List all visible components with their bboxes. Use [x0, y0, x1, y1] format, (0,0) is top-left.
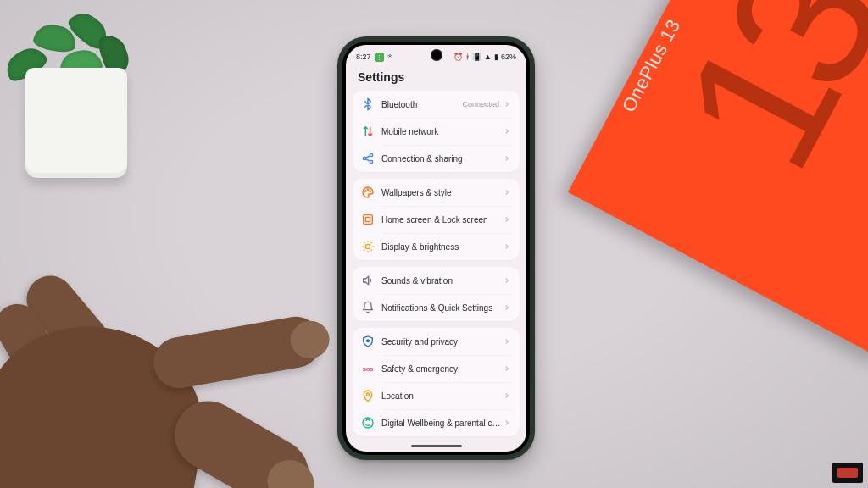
settings-group: Wallpapers & styleHome screen & Lock scr… [353, 179, 520, 260]
chevron-right-icon [503, 337, 511, 346]
settings-row-digital-wellbeing-parental-controls[interactable]: Digital Wellbeing & parental controls [353, 409, 520, 436]
chevron-right-icon [503, 303, 511, 312]
sun-icon [361, 240, 375, 253]
vibrate-icon: 📳 [472, 53, 481, 61]
bell-icon [361, 301, 375, 314]
palette-icon [361, 186, 375, 199]
settings-row-wallpapers-style[interactable]: Wallpapers & style [353, 179, 520, 206]
svg-point-4 [367, 189, 368, 190]
svg-rect-7 [365, 217, 370, 221]
settings-row-mobile-network[interactable]: Mobile network [353, 118, 520, 145]
settings-row-bluetooth[interactable]: BluetoothConnected [353, 91, 520, 118]
chevron-right-icon [503, 242, 511, 251]
chevron-right-icon [503, 276, 511, 285]
punch-hole-camera [432, 51, 441, 59]
settings-group: Sounds & vibrationNotifications & Quick … [353, 267, 520, 321]
settings-row-label: Wallpapers & style [381, 188, 503, 197]
settings-row-label: Display & brightness [381, 242, 503, 252]
settings-row-label: Home screen & Lock screen [381, 215, 503, 225]
settings-row-sounds-vibration[interactable]: Sounds & vibration [353, 267, 520, 294]
home-icon [361, 213, 375, 226]
settings-row-label: Bluetooth [381, 100, 462, 109]
settings-row-display-brightness[interactable]: Display & brightness [353, 233, 520, 260]
settings-row-label: Sounds & vibration [381, 276, 503, 286]
settings-row-status: Connected [462, 100, 499, 108]
settings-row-notifications-quick-settings[interactable]: Notifications & Quick Settings [353, 294, 520, 321]
svg-point-9 [367, 340, 370, 342]
settings-row-connection-sharing[interactable]: Connection & sharing [353, 145, 520, 172]
svg-point-3 [365, 191, 366, 191]
settings-row-security-and-privacy[interactable]: Security and privacy [353, 328, 520, 355]
gesture-bar[interactable] [411, 445, 462, 447]
page-title: Settings [346, 65, 526, 91]
status-time: 8:27 [356, 53, 371, 61]
bt-icon: ᚼ [465, 53, 470, 61]
sound-icon [361, 274, 375, 287]
svg-point-8 [365, 244, 370, 248]
settings-row-label: Safety & emergency [381, 364, 503, 374]
chevron-right-icon [503, 419, 511, 427]
svg-point-5 [370, 191, 370, 191]
settings-row-safety-emergency[interactable]: SOSSafety & emergency [353, 355, 520, 382]
chevron-right-icon [503, 154, 511, 163]
phone-screen: 8:27 ⋮ ᯤ ⏰ ᚼ 📳 ▲ ▮ 62% Settings Bluetoot… [346, 45, 526, 452]
hand [0, 242, 339, 488]
svg-text:SOS: SOS [363, 367, 374, 372]
wifi-icon: ▲ [484, 53, 492, 61]
mobiledata-icon [361, 125, 375, 138]
app-badge-icon: ⋮ [375, 53, 384, 62]
chevron-right-icon [503, 188, 511, 197]
share-icon [361, 152, 375, 165]
battery-icon: ▮ [494, 53, 498, 61]
chevron-right-icon [503, 391, 511, 400]
settings-row-label: Digital Wellbeing & parental controls [381, 419, 503, 428]
chevron-right-icon [503, 215, 511, 224]
settings-list[interactable]: BluetoothConnectedMobile networkConnecti… [346, 91, 526, 450]
settings-row-home-screen-lock-screen[interactable]: Home screen & Lock screen [353, 206, 520, 233]
svg-rect-6 [364, 215, 373, 225]
phone: 8:27 ⋮ ᯤ ⏰ ᚼ 📳 ▲ ▮ 62% Settings Bluetoot… [337, 36, 535, 460]
watermark [832, 463, 863, 483]
settings-row-location[interactable]: Location [353, 382, 520, 409]
chevron-right-icon [503, 127, 511, 136]
plant [0, 17, 153, 178]
settings-group: Security and privacySOSSafety & emergenc… [353, 328, 520, 436]
shield-icon [361, 335, 375, 348]
product-box: 13 OnePlus 13 [568, 0, 868, 359]
nfc-icon: ᯤ [387, 53, 395, 61]
bluetooth-icon [361, 97, 375, 111]
wellbeing-icon [361, 416, 375, 430]
alarm-icon: ⏰ [453, 53, 463, 61]
sos-icon: SOS [361, 362, 375, 375]
settings-row-label: Location [381, 391, 503, 401]
settings-row-label: Mobile network [381, 127, 503, 136]
svg-point-11 [366, 393, 369, 396]
settings-group: BluetoothConnectedMobile networkConnecti… [353, 91, 520, 172]
settings-row-label: Connection & sharing [381, 154, 503, 164]
chevron-right-icon [503, 100, 511, 108]
settings-row-label: Notifications & Quick Settings [381, 303, 503, 313]
settings-row-label: Security and privacy [381, 337, 503, 347]
location-icon [361, 389, 375, 402]
desk-scene: 13 OnePlus 13 8:27 ⋮ ᯤ ⏰ ᚼ 📳 ▲ ▮ 62% [0, 0, 868, 488]
chevron-right-icon [503, 364, 511, 373]
battery-text: 62% [501, 53, 516, 61]
